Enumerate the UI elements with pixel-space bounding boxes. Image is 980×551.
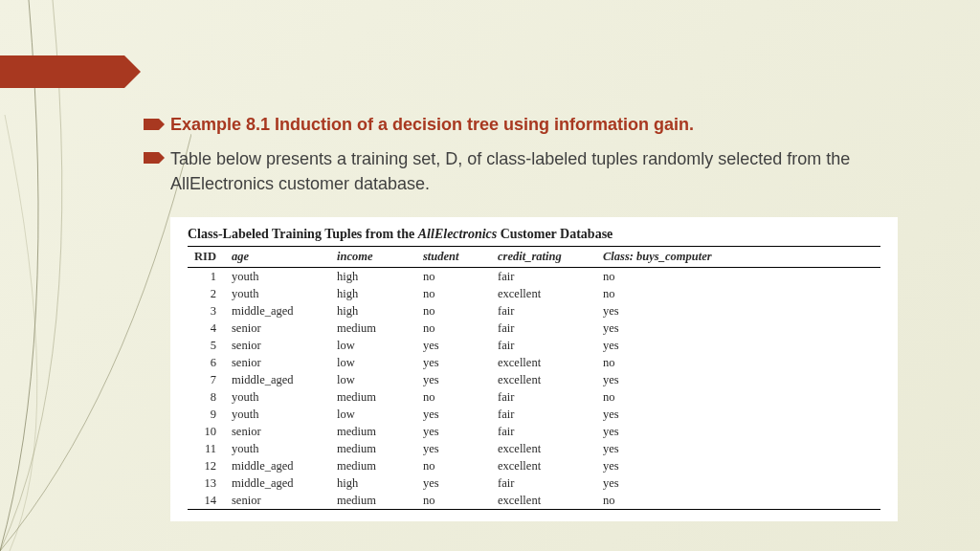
- cell-student: no: [421, 457, 496, 474]
- caption-pre: Class-Labeled Training Tuples from the: [188, 227, 418, 241]
- cell-income: medium: [335, 320, 421, 337]
- cell-rid: 5: [188, 337, 230, 354]
- cell-age: middle_aged: [230, 474, 335, 492]
- table-row: 8youthmediumnofairno: [188, 388, 880, 406]
- table-row: 6seniorlowyesexcellentno: [188, 354, 880, 371]
- cell-credit: fair: [496, 388, 601, 406]
- cell-rid: 11: [188, 440, 230, 457]
- cell-credit: excellent: [496, 492, 601, 510]
- table-panel: Class-Labeled Training Tuples from the A…: [170, 217, 898, 521]
- cell-student: no: [421, 492, 496, 510]
- cell-age: youth: [230, 285, 335, 302]
- bullet-heading-line: Example 8.1 Induction of a decision tree…: [144, 113, 928, 137]
- cell-rid: 2: [188, 285, 230, 302]
- cell-income: low: [335, 337, 421, 354]
- cell-credit: fair: [496, 268, 601, 286]
- cell-rid: 13: [188, 474, 230, 492]
- cell-age: senior: [230, 337, 335, 354]
- caption-post: Customer Database: [497, 227, 612, 241]
- arrow-bullet-icon: [144, 119, 159, 130]
- cell-class: no: [601, 285, 880, 302]
- cell-age: senior: [230, 492, 335, 510]
- cell-rid: 10: [188, 423, 230, 440]
- cell-rid: 8: [188, 388, 230, 406]
- cell-age: middle_aged: [230, 371, 335, 388]
- cell-rid: 4: [188, 320, 230, 337]
- arrow-bullet-icon: [144, 152, 159, 164]
- cell-student: yes: [421, 423, 496, 440]
- cell-income: low: [335, 406, 421, 423]
- cell-age: youth: [230, 440, 335, 457]
- caption-italic: AllElectronics: [418, 227, 497, 241]
- cell-class: yes: [601, 474, 880, 492]
- cell-student: yes: [421, 440, 496, 457]
- cell-class: yes: [601, 423, 880, 440]
- cell-credit: fair: [496, 302, 601, 320]
- cell-income: medium: [335, 492, 421, 510]
- cell-income: low: [335, 371, 421, 388]
- bullet-body-line: Table below presents a training set, D, …: [144, 146, 928, 196]
- cell-income: medium: [335, 457, 421, 474]
- cell-age: youth: [230, 406, 335, 423]
- cell-credit: fair: [496, 474, 601, 492]
- cell-rid: 9: [188, 406, 230, 423]
- cell-student: yes: [421, 474, 496, 492]
- cell-class: yes: [601, 440, 880, 457]
- cell-rid: 6: [188, 354, 230, 371]
- cell-class: yes: [601, 337, 880, 354]
- table-header-row: RID age income student credit_rating Cla…: [188, 247, 880, 268]
- cell-income: medium: [335, 440, 421, 457]
- cell-credit: fair: [496, 406, 601, 423]
- table-row: 2youthhighnoexcellentno: [188, 285, 880, 302]
- cell-age: middle_aged: [230, 302, 335, 320]
- cell-age: senior: [230, 354, 335, 371]
- cell-credit: excellent: [496, 285, 601, 302]
- table-row: 12middle_agedmediumnoexcellentyes: [188, 457, 880, 474]
- cell-class: no: [601, 354, 880, 371]
- col-income: income: [335, 247, 421, 268]
- cell-age: middle_aged: [230, 457, 335, 474]
- body-text: Table below presents a training set, D, …: [170, 146, 928, 196]
- cell-credit: fair: [496, 337, 601, 354]
- table-row: 13middle_agedhighyesfairyes: [188, 474, 880, 492]
- cell-age: senior: [230, 320, 335, 337]
- heading-text: Example 8.1 Induction of a decision tree…: [170, 113, 694, 137]
- col-rid: RID: [188, 247, 230, 268]
- table-row: 1youthhighnofairno: [188, 268, 880, 286]
- table-row: 9youthlowyesfairyes: [188, 406, 880, 423]
- cell-class: yes: [601, 302, 880, 320]
- cell-income: high: [335, 268, 421, 286]
- table-row: 14seniormediumnoexcellentno: [188, 492, 880, 510]
- cell-credit: excellent: [496, 371, 601, 388]
- col-student: student: [421, 247, 496, 268]
- cell-income: low: [335, 354, 421, 371]
- cell-age: youth: [230, 388, 335, 406]
- cell-income: high: [335, 474, 421, 492]
- cell-rid: 7: [188, 371, 230, 388]
- cell-student: yes: [421, 371, 496, 388]
- cell-credit: fair: [496, 423, 601, 440]
- table-row: 3middle_agedhighnofairyes: [188, 302, 880, 320]
- table-row: 5seniorlowyesfairyes: [188, 337, 880, 354]
- cell-student: no: [421, 302, 496, 320]
- cell-class: yes: [601, 371, 880, 388]
- cell-student: yes: [421, 406, 496, 423]
- cell-student: no: [421, 388, 496, 406]
- col-credit: credit_rating: [496, 247, 601, 268]
- cell-credit: excellent: [496, 354, 601, 371]
- cell-credit: excellent: [496, 457, 601, 474]
- cell-rid: 3: [188, 302, 230, 320]
- cell-age: senior: [230, 423, 335, 440]
- cell-class: yes: [601, 406, 880, 423]
- cell-class: no: [601, 388, 880, 406]
- cell-class: no: [601, 492, 880, 510]
- slide-ribbon: [0, 55, 124, 88]
- cell-age: youth: [230, 268, 335, 286]
- table-row: 11youthmediumyesexcellentyes: [188, 440, 880, 457]
- cell-class: yes: [601, 457, 880, 474]
- cell-student: yes: [421, 337, 496, 354]
- cell-rid: 14: [188, 492, 230, 510]
- training-tuples-table: RID age income student credit_rating Cla…: [188, 246, 880, 510]
- cell-income: high: [335, 302, 421, 320]
- cell-class: no: [601, 268, 880, 286]
